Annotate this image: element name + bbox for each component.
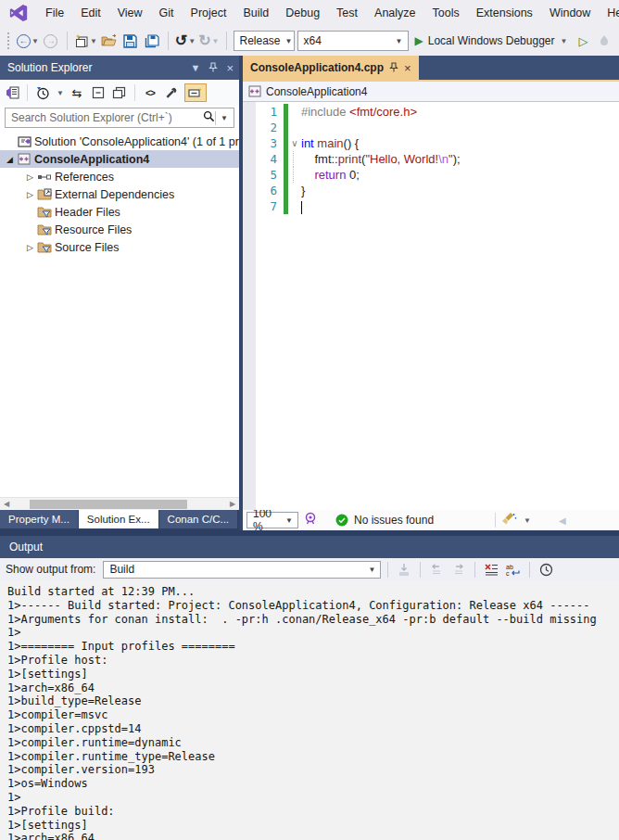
search-input[interactable]: Search Solution Explorer (Ctrl+`) ▼: [5, 108, 234, 128]
menu-build[interactable]: Build: [234, 0, 277, 26]
tree-item-source-files[interactable]: ▷Source Files: [0, 238, 239, 256]
extdeps-icon: [36, 188, 53, 200]
code-line-7[interactable]: 7: [256, 198, 619, 214]
view-code-icon[interactable]: <>: [142, 83, 158, 102]
line-number: 4: [256, 151, 284, 167]
pin-tab-icon[interactable]: [389, 62, 398, 74]
toolwindow-tab-solution-ex-[interactable]: Solution Ex...: [79, 510, 158, 528]
document-tab[interactable]: ConsoleApplication4.cpp ×: [243, 56, 419, 80]
code-line-6[interactable]: 6}: [256, 183, 619, 198]
menu-test[interactable]: Test: [328, 0, 366, 26]
navigate-forward-button[interactable]: →: [42, 30, 60, 52]
menu-debug[interactable]: Debug: [277, 0, 328, 26]
search-icon[interactable]: [203, 110, 215, 125]
start-without-debugging-button[interactable]: ▷: [574, 30, 592, 52]
properties-wrench-icon[interactable]: [163, 83, 180, 102]
redo-button[interactable]: ↻▼: [198, 30, 219, 52]
configuration-value: Release: [240, 34, 281, 47]
platform-dropdown[interactable]: x64 ▼: [297, 31, 409, 51]
main-toolbar: ←▼ → ▼ ↺▼ ↻▼ Release ▼ x64 ▼ ▶ Local Win…: [0, 26, 619, 56]
search-options-arrow[interactable]: ▼: [215, 111, 230, 125]
hot-reload-button[interactable]: [595, 30, 613, 52]
collapse-all-icon[interactable]: [90, 83, 107, 102]
configuration-dropdown[interactable]: Release ▼: [234, 31, 295, 51]
code-editor[interactable]: 1#include <fmt/core.h>23∨int main() {4 f…: [243, 102, 619, 510]
scroll-left-arrow[interactable]: ◀: [0, 500, 13, 508]
pin-icon[interactable]: [208, 62, 218, 74]
menu-analyze[interactable]: Analyze: [366, 0, 423, 26]
output-line: 1>arch=x86_64: [7, 681, 619, 695]
new-project-button[interactable]: ▼: [74, 30, 97, 52]
menu-items: FileEditViewGitProjectBuildDebugTestAnal…: [37, 0, 619, 26]
navigate-back-button[interactable]: ←▼: [17, 30, 39, 52]
clear-all-icon[interactable]: [482, 560, 500, 579]
intellisense-indicator-icon[interactable]: [304, 512, 317, 528]
menu-view[interactable]: View: [109, 0, 151, 26]
menu-tools[interactable]: Tools: [424, 0, 468, 26]
filter-dropdown-arrow[interactable]: ▼: [57, 89, 64, 97]
solution-explorer-titlebar[interactable]: Solution Explorer ▼ ×: [0, 56, 239, 80]
pending-changes-filter-icon[interactable]: [34, 83, 51, 102]
tree-item-resource-files[interactable]: Resource Files: [0, 221, 239, 238]
close-tab-icon[interactable]: ×: [404, 61, 411, 75]
switch-views-icon[interactable]: [4, 83, 20, 102]
cpp-project-icon: [248, 85, 261, 97]
navigation-bar[interactable]: ConsoleApplication4: [243, 82, 619, 102]
output-line: 1>compiler.runtime_type=Release: [7, 750, 619, 764]
code-line-1[interactable]: 1#include <fmt/core.h>: [256, 104, 619, 120]
menu-git[interactable]: Git: [151, 0, 183, 26]
code-cleanup-icon[interactable]: [501, 512, 517, 529]
word-wrap-icon[interactable]: abc: [504, 560, 523, 579]
scroll-right-arrow[interactable]: ▶: [226, 500, 239, 508]
close-icon[interactable]: ×: [226, 61, 234, 75]
output-source-dropdown[interactable]: Build ▼: [103, 561, 381, 579]
collapsed-arrow-icon[interactable]: ▷: [24, 190, 36, 199]
window-position-menu-icon[interactable]: ▼: [191, 62, 201, 73]
solution-explorer-search: Search Solution Explorer (Ctrl+`) ▼: [0, 106, 239, 130]
code-line-2[interactable]: 2: [256, 120, 619, 135]
start-debugging-button[interactable]: ▶ Local Windows Debugger ▼: [411, 34, 572, 47]
fold-collapse-icon[interactable]: ∨: [288, 135, 301, 151]
tree-item-external-dependencies[interactable]: ▷External Dependencies: [0, 185, 239, 203]
preview-selected-items-toggle[interactable]: [184, 83, 207, 102]
expanded-arrow-icon[interactable]: ◢: [4, 155, 16, 164]
line-number: 5: [256, 167, 284, 183]
output-log[interactable]: Build started at 12:39 PM...1>------ Bui…: [0, 580, 619, 840]
scrollbar-thumb[interactable]: [30, 500, 187, 509]
output-titlebar[interactable]: Output: [0, 536, 619, 558]
menu-extensions[interactable]: Extensions: [468, 0, 541, 26]
timestamp-clock-icon[interactable]: [537, 560, 555, 579]
save-all-button[interactable]: [143, 30, 161, 52]
menu-project[interactable]: Project: [183, 0, 235, 26]
undo-button[interactable]: ↺▼: [175, 30, 196, 52]
toolwindow-tab-conan-c-c-[interactable]: Conan C/C...: [159, 510, 237, 528]
output-line: 1>[settings]: [7, 819, 619, 833]
open-folder-button[interactable]: [100, 30, 119, 52]
code-line-4[interactable]: 4 fmt::print("Hello, World!\n");: [256, 151, 619, 167]
collapsed-arrow-icon[interactable]: ▷: [24, 172, 36, 182]
collapsed-arrow-icon[interactable]: ▷: [24, 243, 36, 252]
menu-window[interactable]: Window: [541, 0, 599, 26]
code-line-3[interactable]: 3∨int main() {: [256, 135, 619, 151]
solution-icon: [16, 135, 32, 147]
menu-edit[interactable]: Edit: [72, 0, 109, 26]
horizontal-scrollbar[interactable]: ◀ ▶: [0, 497, 239, 510]
breakpoint-margin[interactable]: [243, 102, 256, 510]
code-line-5[interactable]: 5 return 0;: [256, 167, 619, 183]
start-debugging-label: Local Windows Debugger: [428, 34, 555, 47]
save-button[interactable]: [121, 30, 140, 52]
tree-item-consoleapplication4[interactable]: ◢ConsoleApplication4: [0, 150, 239, 168]
tree-item-solution-consoleapplication4-1[interactable]: Solution 'ConsoleApplication4' (1 of 1 p…: [0, 133, 239, 150]
sync-with-active-document-icon[interactable]: ⇆: [69, 83, 85, 102]
toolwindow-tab-property-m-[interactable]: Property M...: [0, 510, 78, 528]
issues-status[interactable]: No issues found: [335, 514, 434, 527]
menu-file[interactable]: File: [37, 0, 72, 26]
tree-item-header-files[interactable]: Header Files: [0, 203, 239, 221]
code-cleanup-dropdown-arrow[interactable]: ▼: [524, 516, 531, 525]
zoom-dropdown[interactable]: 100 % ▼: [246, 512, 298, 528]
tree-item-references[interactable]: ▷References: [0, 168, 239, 185]
code-text: #include <fmt/core.h>: [301, 104, 417, 120]
menu-help[interactable]: Help: [599, 0, 619, 26]
toolbar-grip[interactable]: [6, 32, 11, 50]
show-all-files-icon[interactable]: [111, 83, 128, 102]
